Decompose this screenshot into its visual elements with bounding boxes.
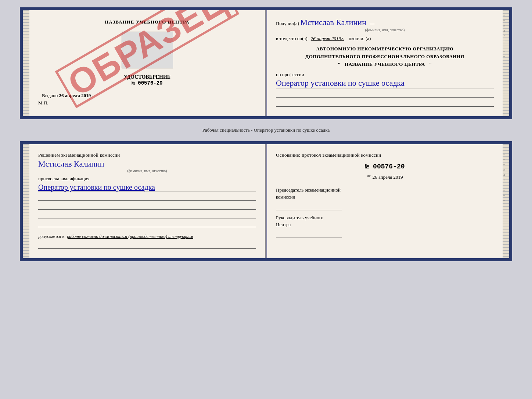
blank-line-b1 (38, 194, 256, 201)
recipient-name-top: Мстислав Калинин (300, 18, 366, 27)
edge-dash-8: – (503, 49, 508, 53)
dopuskaetsya-block: допускается к работе согласно должностны… (38, 233, 256, 240)
blank-line-b5 (38, 242, 256, 249)
top-document: НАЗВАНИЕ УЧЕБНОГО ЦЕНТРА УДОСТОВЕРЕНИЕ №… (20, 7, 512, 119)
qualification-value: Оператор установки по сушке осадка (38, 183, 256, 192)
person-name-bottom: Мстислав Калинин (38, 159, 256, 169)
top-doc-left: НАЗВАНИЕ УЧЕБНОГО ЦЕНТРА УДОСТОВЕРЕНИЕ №… (29, 10, 266, 116)
edge-dash-4: а (503, 29, 508, 32)
chairman-line1: Председатель экзаменационной (276, 187, 341, 193)
mp-label: М.П. (38, 100, 48, 106)
edge-dash-b10: – (503, 193, 508, 197)
edge-dash-b1: – (503, 147, 508, 151)
blank-line-b4 (38, 221, 256, 227)
commission-text: Решением экзаменационной комиссии (38, 152, 256, 159)
org-line2: ДОПОЛНИТЕЛЬНОГО ПРОФЕССИОНАЛЬНОГО ОБРАЗО… (276, 53, 494, 61)
bottom-document: Решением экзаменационной комиссии Мстисл… (20, 141, 512, 261)
edge-dash-7: – (503, 44, 508, 48)
blank-line-b2 (38, 203, 256, 210)
edge-dash-b11: – (503, 199, 508, 202)
ot-prefix: от (367, 173, 370, 178)
edge-dash-b6: а (503, 173, 508, 177)
bottom-doc-right: Основание: протокол экзаменационной коми… (267, 144, 503, 258)
fio-subtitle-top: (фамилия, имя, отчество) (276, 28, 494, 32)
rukovoditel-text: Руководитель учебного Центра (276, 214, 494, 228)
date-value: 26 апреля 2019 (373, 175, 403, 180)
udostoverenie-label: УДОСТОВЕРЕНИЕ (124, 74, 170, 80)
bottom-doc-left: Решением экзаменационной комиссии Мстисл… (29, 144, 266, 258)
edge-dash-3: и (503, 24, 508, 27)
dash-after-name: — (370, 21, 374, 26)
fio-subtitle-bottom: (фамилия, имя, отчество) (38, 169, 256, 173)
right-binding-bottom: – – – – и а ← – – – – (503, 144, 509, 258)
profession-label: по профессии (276, 72, 494, 78)
vydano-prefix: Выдано (42, 93, 58, 98)
org-quote-close: " (429, 61, 432, 67)
work-text: работе согласно должностным (производств… (67, 234, 193, 239)
dopuskaetsya-prefix: допускается к (38, 234, 64, 239)
prisvoena-text: присвоена квалификация (38, 176, 256, 182)
rukovoditel-line2: Центра (276, 222, 291, 227)
org-name: НАЗВАНИЕ УЧЕБНОГО ЦЕНТРА (345, 61, 425, 67)
blank-line-b3 (38, 212, 256, 218)
edge-dash-b5: и (503, 168, 508, 171)
edge-dash-9: – (503, 54, 508, 58)
org-block: АВТОНОМНУЮ НЕКОММЕРЧЕСКУЮ ОРГАНИЗАЦИЮ ДО… (276, 45, 494, 68)
rukovoditel-signature-line (276, 231, 342, 238)
right-binding-top: – – и а ← – – – – (503, 10, 509, 116)
left-binding (23, 10, 29, 116)
protocol-number: № 00576-20 (276, 163, 494, 170)
certificate-number: № 00576-20 (132, 80, 162, 86)
org-quote-open: " (338, 61, 341, 67)
top-doc-right: Получил(а) Мстислав Калинин — (фамилия, … (267, 10, 503, 116)
osnovaniye-text: Основание: протокол экзаменационной коми… (276, 152, 494, 159)
edge-dash-b8: – (503, 183, 508, 187)
received-prefix: Получил(а) (276, 21, 299, 26)
rukovoditel-line1: Руководитель учебного (276, 215, 323, 220)
vydano-line: Выдано 26 апреля 2019 (38, 93, 91, 99)
page-wrapper: НАЗВАНИЕ УЧЕБНОГО ЦЕНТРА УДОСТОВЕРЕНИЕ №… (7, 7, 525, 261)
left-binding-bottom (23, 144, 29, 258)
edge-dash-6: – (503, 39, 508, 43)
school-name-top: НАЗВАНИЕ УЧЕБНОГО ЦЕНТРА (105, 19, 190, 25)
edge-dash-1: – (503, 13, 508, 17)
edge-dash-b3: – (503, 157, 508, 161)
vtom-prefix: в том, что он(а) (276, 36, 308, 41)
profession-value: Оператор установки по сушке осадка (276, 78, 494, 89)
okончил-label: окончил(а) (349, 36, 371, 41)
chairman-text: Председатель экзаменационной комиссии (276, 186, 494, 201)
blank-line-2 (276, 100, 494, 107)
received-line: Получил(а) Мстислав Калинин — (276, 18, 494, 27)
org-line1: АВТОНОМНУЮ НЕКОММЕРЧЕСКУЮ ОРГАНИЗАЦИЮ (276, 45, 494, 53)
date-line: от 26 апреля 2019 (276, 173, 494, 180)
specialty-label: Рабочая специальность - Оператор установ… (199, 127, 334, 133)
org-line3: " НАЗВАНИЕ УЧЕБНОГО ЦЕНТРА " (276, 61, 494, 68)
chairman-line2: комиссии (276, 194, 295, 200)
edge-dashes: – – и а ← – – – – (503, 10, 509, 61)
blank-line-1 (276, 91, 494, 98)
vtom-line: в том, что он(а) 26 апреля 2019г. окончи… (276, 36, 494, 42)
chairman-signature-line (276, 203, 342, 210)
edge-dash-b7: ← (503, 178, 508, 182)
edge-dash-b9: – (503, 188, 508, 192)
edge-dash-b2: – (503, 152, 508, 156)
edge-dashes-bottom: – – – – и а ← – – – – (503, 144, 509, 205)
vydano-date: 26 апреля 2019 (59, 93, 91, 98)
edge-dash-5: ← (503, 34, 508, 38)
okonchaniye-date: 26 апреля 2019г. (311, 36, 344, 41)
edge-dash-b4: – (503, 163, 508, 166)
edge-dash-2: – (503, 18, 508, 22)
certificate-photo-box (122, 32, 173, 68)
